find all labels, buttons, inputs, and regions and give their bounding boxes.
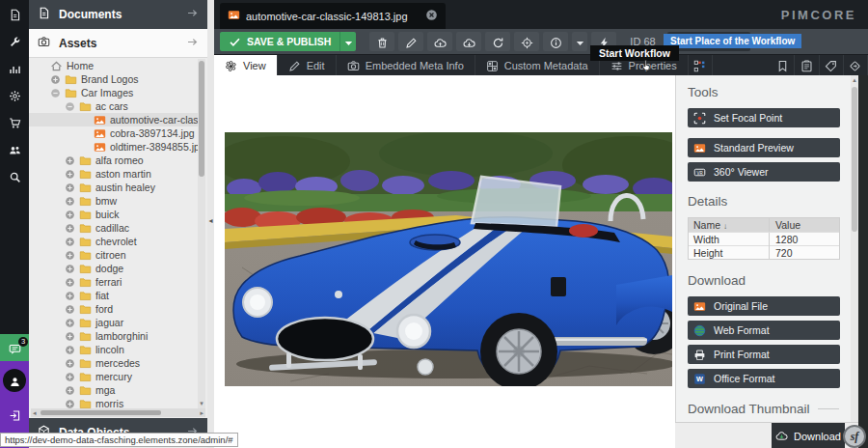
- users-icon[interactable]: [0, 135, 29, 162]
- ecommerce-cart-icon[interactable]: [0, 108, 29, 135]
- tree-item-chevrolet[interactable]: chevrolet: [29, 235, 198, 248]
- target-button[interactable]: [514, 32, 539, 51]
- tab-view[interactable]: View: [214, 55, 278, 76]
- assets-panel-header[interactable]: Assets: [29, 29, 207, 58]
- tree-item-mercedes[interactable]: mercedes: [29, 356, 198, 370]
- settings-gear-icon[interactable]: [0, 81, 29, 108]
- documents-icon[interactable]: [0, 0, 29, 27]
- scroll-up-arrow[interactable]: ▴: [851, 76, 858, 84]
- sidebar-splitter[interactable]: ◂: [207, 0, 214, 448]
- print-format-button[interactable]: Print Format: [688, 345, 840, 364]
- collapse-panel-arrow[interactable]: ◂: [207, 216, 214, 225]
- feedback-badge-icon[interactable]: sf: [843, 425, 866, 448]
- folder-icon: [79, 330, 92, 343]
- cloud-download-icon: [775, 430, 788, 442]
- expand-arrow-icon[interactable]: [186, 7, 199, 22]
- tree-item-label: ferrari: [95, 276, 122, 288]
- tree-item-cobra-3897134-jpg[interactable]: cobra-3897134.jpg: [29, 126, 198, 140]
- expand-arrow-icon[interactable]: [186, 36, 199, 51]
- 360-viewer-button[interactable]: VR360° Viewer: [688, 162, 840, 182]
- tree-item-dodge[interactable]: dodge: [29, 262, 198, 275]
- image-icon: [693, 300, 706, 313]
- tab-embedded-meta-info[interactable]: Embedded Meta Info: [337, 55, 475, 76]
- close-tab-icon[interactable]: [425, 8, 438, 25]
- tree-vertical-scrollbar[interactable]: ▾: [198, 59, 205, 408]
- tree-item-cadillac[interactable]: cadillac: [29, 221, 198, 235]
- tree-item-mga[interactable]: mga: [29, 383, 198, 397]
- tree-item-ferrari[interactable]: ferrari: [29, 275, 198, 289]
- web-format-button[interactable]: Web Format: [688, 321, 840, 340]
- documents-panel-header[interactable]: Documents: [29, 0, 207, 29]
- scroll-down-arrow[interactable]: ▾: [198, 399, 205, 408]
- tree-item-automotive-car-classic-149813-jpg[interactable]: automotive-car-classic-149813.jpg: [29, 113, 198, 126]
- logout-icon[interactable]: [0, 402, 29, 427]
- tree-item-brand-logos[interactable]: Brand Logos: [29, 72, 198, 86]
- pencil-button[interactable]: [398, 32, 423, 51]
- save-publish-button[interactable]: SAVE & PUBLISH: [220, 32, 356, 51]
- panel-scrollbar[interactable]: ▴: [851, 75, 858, 422]
- folder-icon: [79, 303, 92, 316]
- details-table-header[interactable]: Name ↓ Value: [689, 218, 839, 232]
- image-icon: [94, 141, 106, 154]
- tab-custom-metadata[interactable]: Custom Metadata: [475, 55, 600, 76]
- tree-item-ac-cars[interactable]: ac cars: [29, 99, 198, 113]
- tools-wrench-icon[interactable]: [0, 27, 29, 54]
- open-asset-tab[interactable]: automotive-car-classic-149813.jpg: [220, 3, 446, 29]
- tree-item-morris[interactable]: morris: [29, 397, 198, 408]
- tree-item-alfa-romeo[interactable]: alfa romeo: [29, 154, 198, 167]
- tree-item-ford[interactable]: ford: [29, 302, 198, 316]
- avatar[interactable]: [3, 369, 26, 392]
- tree-item-lincoln[interactable]: lincoln: [29, 343, 198, 356]
- tree-item-label: Home: [67, 60, 94, 71]
- notifications-chat-icon[interactable]: 3: [0, 334, 29, 361]
- set-focal-point-button[interactable]: Set Focal Point: [688, 108, 840, 127]
- tab-tag[interactable]: [820, 55, 844, 75]
- tree-item-lamborghini[interactable]: lamborghini: [29, 329, 198, 343]
- caret-button[interactable]: [572, 32, 587, 51]
- office-format-button[interactable]: WOffice Format: [688, 369, 840, 388]
- tab-clipboard[interactable]: [795, 55, 819, 75]
- folder-icon: [79, 236, 92, 248]
- scroll-left-arrow[interactable]: ◂: [33, 408, 37, 417]
- tree-item-home[interactable]: Home: [29, 59, 198, 72]
- reports-chart-icon[interactable]: [0, 54, 29, 81]
- globe-icon: [693, 324, 706, 337]
- search-icon[interactable]: [0, 162, 29, 189]
- trash-button[interactable]: [369, 32, 394, 51]
- tree-item-label: oldtimer-3894855.jpg: [110, 141, 198, 153]
- cloud-down-button[interactable]: [456, 32, 481, 51]
- refresh-button[interactable]: [485, 32, 510, 51]
- standard-preview-button[interactable]: Standard Preview: [688, 138, 840, 157]
- tree-item-label: cobra-3897134.jpg: [110, 127, 195, 139]
- tree-item-car-images[interactable]: Car Images: [29, 86, 198, 99]
- tab-diamond[interactable]: [844, 55, 868, 75]
- tree-indent: [78, 115, 91, 126]
- folder-icon: [79, 398, 92, 409]
- tab-label: Edit: [307, 60, 325, 71]
- tree-item-jaguar[interactable]: jaguar: [29, 316, 198, 329]
- tree-item-fiat[interactable]: fiat: [29, 289, 198, 302]
- download-button[interactable]: Download: [772, 423, 845, 448]
- tree-item-austin-healey[interactable]: austin healey: [29, 181, 198, 194]
- cloud-up-button[interactable]: [427, 32, 452, 51]
- tab-edit[interactable]: Edit: [278, 55, 337, 76]
- tree-item-bmw[interactable]: bmw: [29, 194, 198, 208]
- scroll-right-arrow[interactable]: ▸: [200, 408, 203, 417]
- tree-item-buick[interactable]: buick: [29, 208, 198, 221]
- tab-workflow[interactable]: [689, 55, 713, 75]
- tree-toggle-plus-icon: [64, 264, 76, 274]
- tree-toggle-plus-icon: [64, 399, 76, 409]
- original-file-button[interactable]: Original File: [688, 296, 840, 316]
- tree-item-aston-martin[interactable]: aston martin: [29, 167, 198, 181]
- tab-bookmark[interactable]: [771, 55, 795, 75]
- tree-item-mercury[interactable]: mercury: [29, 370, 198, 383]
- save-dropdown-caret[interactable]: [339, 32, 356, 51]
- tree-horizontal-scrollbar[interactable]: ◂ ▸: [31, 408, 205, 417]
- tree-item-oldtimer-3894855-jpg[interactable]: oldtimer-3894855.jpg: [29, 140, 198, 154]
- info-button[interactable]: [543, 32, 568, 51]
- scrollbar-thumb[interactable]: [41, 410, 161, 415]
- scrollbar-thumb[interactable]: [199, 61, 204, 177]
- scrollbar-thumb[interactable]: [852, 87, 857, 232]
- tree-item-citroen[interactable]: citroen: [29, 248, 198, 262]
- tree-toggle-plus-icon: [64, 223, 76, 234]
